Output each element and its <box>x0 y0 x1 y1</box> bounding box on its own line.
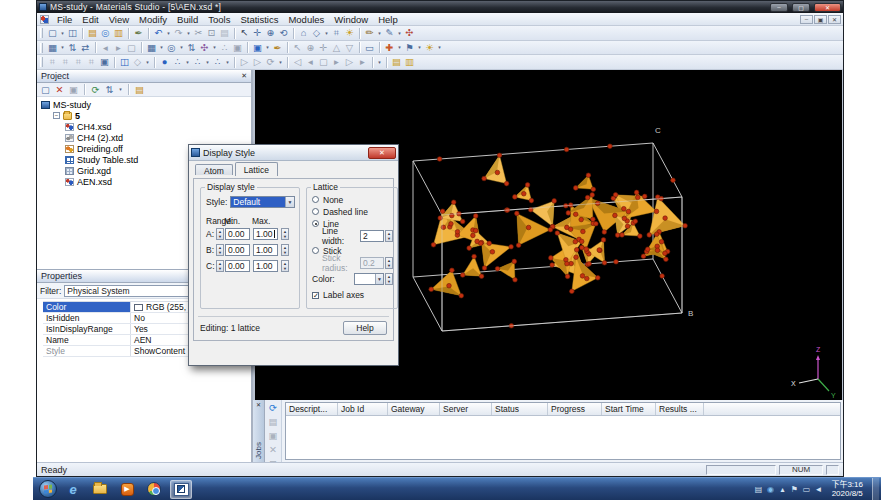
job-column-job-id[interactable]: Job Id <box>338 403 388 415</box>
menu-item-tools[interactable]: Tools <box>203 14 235 25</box>
property-name[interactable]: Name <box>43 335 131 345</box>
frame-first-icon[interactable]: ◁ <box>292 56 304 68</box>
action-center-icon[interactable]: ⚑ <box>790 485 798 494</box>
measure-icon[interactable]: ✎ <box>384 27 396 39</box>
animation-doc-icon[interactable]: ▷ <box>239 56 251 68</box>
sort-descending-icon[interactable]: ⇄ <box>80 42 92 54</box>
range-min-field[interactable]: 0.00 <box>225 228 250 240</box>
dialog-tab-lattice[interactable]: Lattice <box>235 162 278 176</box>
sort-project-dropdown-icon[interactable]: ▾ <box>118 84 124 96</box>
menu-item-edit[interactable]: Edit <box>77 14 103 25</box>
frame-last-icon[interactable]: ▸ <box>357 56 369 68</box>
symmetry-icon[interactable]: ◇ <box>132 56 144 68</box>
menu-item-modules[interactable]: Modules <box>283 14 329 25</box>
pan-icon[interactable]: ✛ <box>252 27 264 39</box>
view-dropdown-icon[interactable]: ▾ <box>324 27 330 39</box>
dialog-tab-atom[interactable]: Atom <box>195 164 233 175</box>
sort-ascending-icon[interactable]: ⇅ <box>67 42 79 54</box>
taskbar-clock[interactable]: 下午3:16 2020/8/5 <box>831 480 863 498</box>
style-dropdown-icon[interactable]: ▾ <box>397 42 403 54</box>
help-button[interactable]: Help <box>343 321 387 335</box>
menu-item-modify[interactable]: Modify <box>134 14 172 25</box>
jobs-close-icon[interactable]: ✕ <box>256 401 261 408</box>
frame-stop-icon[interactable]: ▢ <box>318 56 330 68</box>
bond-double-icon[interactable]: ∴ <box>192 56 204 68</box>
refresh-project-icon[interactable]: ⟳ <box>90 84 102 96</box>
display-options-icon[interactable]: ☀ <box>424 42 436 54</box>
mdi-minimize-button[interactable]: – <box>800 15 813 24</box>
view-orientation-icon[interactable]: ◇ <box>311 27 323 39</box>
job-column-results-[interactable]: Results ... <box>656 403 704 415</box>
property-name[interactable]: IsInDisplayRange <box>43 324 131 334</box>
detail-view-icon[interactable]: ▣ <box>232 42 244 54</box>
selection-mode-icon[interactable]: ↖ <box>239 27 251 39</box>
tree-expander-icon[interactable]: − <box>53 112 60 119</box>
script-icon[interactable]: ✒ <box>272 42 284 54</box>
layers-back-icon[interactable]: ▥ <box>404 56 416 68</box>
select-tool-icon[interactable]: ↖ <box>292 42 304 54</box>
radio-icon[interactable] <box>312 220 319 227</box>
max-spinner[interactable]: ▲▼ <box>281 228 289 240</box>
menu-item-window[interactable]: Window <box>329 14 373 25</box>
range-max-field[interactable]: 1.00 <box>253 228 278 240</box>
show-desktop-button[interactable] <box>872 478 879 500</box>
fit-view-icon[interactable]: ⌗ <box>331 27 343 39</box>
open-job-icon[interactable]: ▤ <box>267 416 279 428</box>
new-window-icon[interactable]: ▣ <box>99 56 111 68</box>
animation-dropdown-icon[interactable]: ▾ <box>278 56 284 68</box>
modules-dropdown-icon[interactable]: ▾ <box>265 42 271 54</box>
menu-item-statistics[interactable]: Statistics <box>235 14 283 25</box>
radio-icon[interactable] <box>312 208 319 215</box>
table-dropdown-icon[interactable]: ▾ <box>159 42 165 54</box>
redo-dropdown-icon[interactable]: ▾ <box>186 27 192 39</box>
color-select[interactable]: ▼ <box>354 273 384 285</box>
frame-play-icon[interactable]: ▷ <box>344 56 356 68</box>
range-max-field[interactable]: 1.00 <box>253 260 278 272</box>
save-all-icon[interactable]: ▥ <box>113 27 125 39</box>
open-folder-icon[interactable]: ▤ <box>87 27 99 39</box>
title-bar[interactable]: MS-study - Materials Studio - [5\AEN.xsd… <box>37 1 843 13</box>
next-icon[interactable]: ▸ <box>113 42 125 54</box>
ime-icon[interactable]: ▤ <box>754 485 762 494</box>
delete-item-icon[interactable]: ✕ <box>54 84 66 96</box>
tree-item-5[interactable]: −5 <box>37 110 251 121</box>
redo-icon[interactable]: ↷ <box>173 27 185 39</box>
volume-icon[interactable]: ◄ <box>814 485 822 494</box>
chart-icon[interactable]: ◎ <box>166 42 178 54</box>
color-dropdown-icon[interactable]: ▾ <box>417 42 423 54</box>
function-icon[interactable]: ✣ <box>199 42 211 54</box>
taskbar-media-player[interactable]: ▶ <box>116 480 138 499</box>
min-spinner[interactable]: ▲▼ <box>216 244 224 256</box>
radio-icon[interactable] <box>312 196 319 203</box>
measure-dropdown-icon[interactable]: ▾ <box>397 27 403 39</box>
grid-all-icon[interactable]: ⌗ <box>86 56 98 68</box>
taskbar-ie[interactable]: e <box>62 480 84 499</box>
calculation-dropdown-icon[interactable]: ▾ <box>60 42 66 54</box>
chart-dropdown-icon[interactable]: ▾ <box>179 42 185 54</box>
item-properties-icon[interactable]: ▣ <box>68 84 80 96</box>
tree-item-ch4-2-xtd[interactable]: CH4 (2).xtd <box>37 132 251 143</box>
animation-play-icon[interactable]: ▷ <box>252 56 264 68</box>
zoom-tool-icon[interactable]: ⊕ <box>305 42 317 54</box>
taskbar-materials-studio[interactable] <box>170 480 192 499</box>
style-select[interactable]: Default ▼ <box>230 196 295 208</box>
refresh-jobs-icon[interactable]: ⟳ <box>267 402 279 414</box>
lighting-icon[interactable]: ☀ <box>344 27 356 39</box>
mdi-restore-button[interactable]: ▣ <box>814 15 827 24</box>
bond-partial-icon[interactable]: ∴ <box>212 56 224 68</box>
minimize-button[interactable]: – <box>770 3 788 12</box>
cut-icon[interactable]: ✂ <box>193 27 205 39</box>
taskbar-explorer[interactable] <box>89 480 111 499</box>
safety-center-icon[interactable]: ◉ <box>766 485 774 494</box>
taskbar-chrome[interactable] <box>143 480 165 499</box>
filter-rows-icon[interactable]: ⇅ <box>186 42 198 54</box>
job-column-progress[interactable]: Progress <box>548 403 602 415</box>
label-axes-checkbox[interactable]: ✓ <box>312 292 319 299</box>
frame-forward-icon[interactable]: ▸ <box>331 56 343 68</box>
dialog-close-button[interactable]: ✕ <box>368 147 396 159</box>
network-icon[interactable]: ▭ <box>802 485 810 494</box>
sketch-atom-icon[interactable]: ✏ <box>364 27 376 39</box>
anim-options-icon[interactable]: ▾ <box>377 56 383 68</box>
show-hidden-icons[interactable]: ▴ <box>778 485 786 494</box>
save-icon[interactable]: ◫ <box>67 27 79 39</box>
